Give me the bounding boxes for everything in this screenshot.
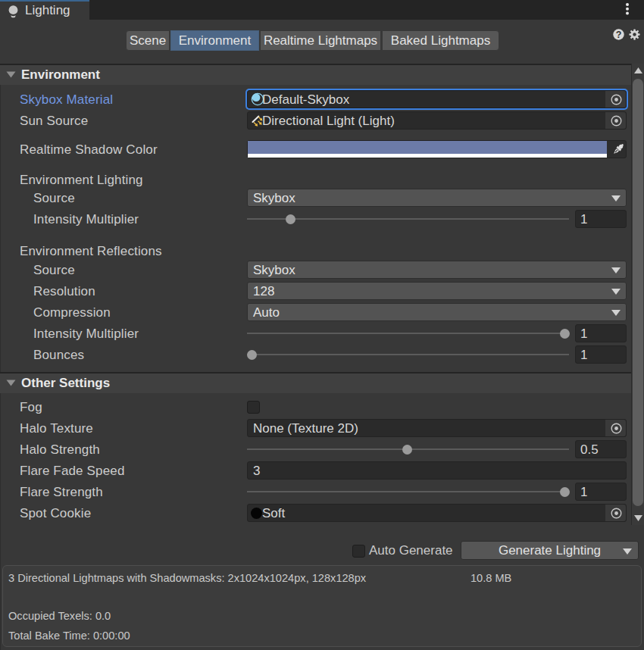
svg-text:?: ? — [616, 30, 622, 40]
